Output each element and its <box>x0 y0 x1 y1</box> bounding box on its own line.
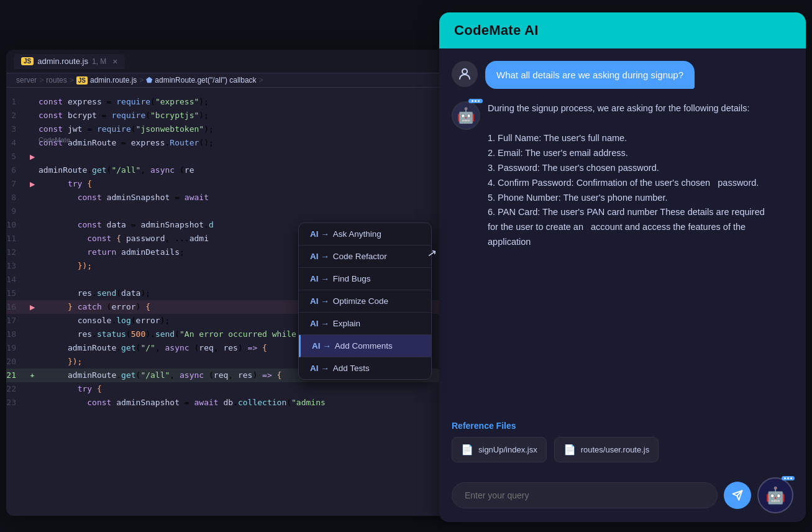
close-tab-icon[interactable]: × <box>112 57 117 66</box>
breadcrumb-sep-3: > <box>139 76 144 85</box>
context-menu: AI → Ask Anything AI → Code Refactor AI … <box>298 222 432 380</box>
breadcrumb-sep-2: > <box>70 76 74 85</box>
breadcrumb-js-badge: JS <box>76 76 88 85</box>
breadcrumb-function: adminRoute.get("/all") callback <box>155 76 256 85</box>
breadcrumb-routes: routes <box>46 76 66 85</box>
menu-item-ask[interactable]: AI → Ask Anything <box>299 223 431 245</box>
send-icon <box>732 490 743 501</box>
breadcrumb: server > routes > JS admin.route.js > ⬟ … <box>6 73 447 88</box>
bot-avatar: 🤖 <box>452 101 480 130</box>
ai-arrow-ask: AI → <box>310 229 329 239</box>
codemate-inline-label: CodeMate <box>39 136 70 144</box>
breadcrumb-sep-1: > <box>39 76 43 85</box>
bot-message-row: 🤖 During the signup process, we are aski… <box>452 101 793 250</box>
tab-filename: admin.route.js <box>37 57 88 66</box>
chat-body: What all details are we asking during si… <box>439 48 806 421</box>
file-icon-signup: 📄 <box>461 444 473 456</box>
editor-panel: JS admin.route.js 1, M × server > routes… <box>6 50 447 516</box>
js-badge: JS <box>21 57 34 65</box>
ai-arrow-bugs: AI → <box>310 274 329 283</box>
tab-marker: 1, M <box>92 57 106 66</box>
breadcrumb-file: admin.route.js <box>90 76 137 85</box>
ai-arrow-explain: AI → <box>310 319 329 328</box>
code-line-23: 23 const adminSnapshot = await db.collec… <box>6 396 447 410</box>
menu-item-tests[interactable]: AI → Add Tests <box>299 357 431 379</box>
code-line-3: 3 const jwt = require("jsonwebtoken"); <box>6 122 447 136</box>
file-icon-routes: 📄 <box>563 444 576 456</box>
tab-bar: JS admin.route.js 1, M × <box>6 50 447 73</box>
chat-title: CodeMate AI <box>454 22 539 39</box>
user-bubble: What all details are we asking during si… <box>485 61 695 89</box>
screen: JS admin.route.js 1, M × server > routes… <box>0 0 812 532</box>
user-icon <box>457 66 472 81</box>
bot-text: During the signup process, we are asking… <box>488 101 773 250</box>
bot-avatar-corner: 🤖 <box>757 477 793 513</box>
menu-item-explain[interactable]: AI → Explain <box>299 313 431 335</box>
breadcrumb-server: server <box>16 76 37 85</box>
typing-dots <box>468 99 483 103</box>
svg-point-0 <box>462 69 467 74</box>
code-line-2: 2 const bcrypt = require("bcryptjs"); <box>6 109 447 122</box>
menu-label-optimize: Optimize Code <box>333 296 388 306</box>
code-line-5: 5 ▶ <box>6 150 447 163</box>
ref-file-routes[interactable]: 📄 routes/user.route.js <box>554 437 659 462</box>
code-line-1: 1 const express = require("express"); <box>6 95 447 109</box>
ref-file-signup-name: signUp/index.jsx <box>478 445 537 454</box>
ref-file-routes-name: routes/user.route.js <box>581 445 650 454</box>
menu-item-refactor[interactable]: AI → Code Refactor <box>299 245 431 268</box>
code-line-22: 22 try { <box>6 382 447 396</box>
chat-input[interactable] <box>452 482 718 508</box>
code-line-4: 4 const adminRoute = express.Router(); <box>6 136 447 150</box>
ref-title: Reference Files <box>452 421 793 431</box>
code-line-8: 8 const adminSnapshot = await <box>6 191 447 204</box>
ref-file-signup[interactable]: 📄 signUp/index.jsx <box>452 437 547 462</box>
breadcrumb-func-icon: ⬟ <box>146 76 152 85</box>
ai-arrow-comments: AI → <box>312 341 331 351</box>
menu-item-optimize[interactable]: AI → Optimize Code <box>299 290 431 313</box>
menu-item-bugs[interactable]: AI → Find Bugs <box>299 268 431 290</box>
editor-tab[interactable]: JS admin.route.js 1, M × <box>14 54 125 69</box>
chat-header: CodeMate AI <box>439 12 806 48</box>
send-button[interactable] <box>724 482 751 509</box>
menu-item-comments[interactable]: AI → Add Comments <box>299 335 431 357</box>
code-line-7: 7 ▶ try { <box>6 177 447 191</box>
menu-label-explain: Explain <box>333 319 360 328</box>
code-line-9: 9 <box>6 204 447 218</box>
menu-label-ask: Ask Anything <box>333 229 381 239</box>
ai-arrow-optimize: AI → <box>310 296 329 306</box>
ref-section: Reference Files 📄 signUp/index.jsx 📄 rou… <box>439 421 806 469</box>
menu-label-comments: Add Comments <box>335 341 393 351</box>
user-avatar <box>452 61 478 87</box>
user-message-row: What all details are we asking during si… <box>452 61 793 89</box>
breadcrumb-sep-4: > <box>259 76 263 85</box>
ai-arrow-tests: AI → <box>310 364 329 373</box>
code-line-6: 6 adminRoute.get("/all", async (re <box>6 163 447 177</box>
menu-label-tests: Add Tests <box>333 364 370 373</box>
chat-panel: CodeMate AI What all details are we aski… <box>439 12 806 522</box>
menu-label-bugs: Find Bugs <box>333 274 371 283</box>
ai-arrow-refactor: AI → <box>310 252 329 261</box>
menu-label-refactor: Code Refactor <box>333 252 387 261</box>
ref-files: 📄 signUp/index.jsx 📄 routes/user.route.j… <box>452 437 793 462</box>
corner-dots <box>782 476 795 480</box>
chat-input-area: 🤖 <box>439 469 806 522</box>
